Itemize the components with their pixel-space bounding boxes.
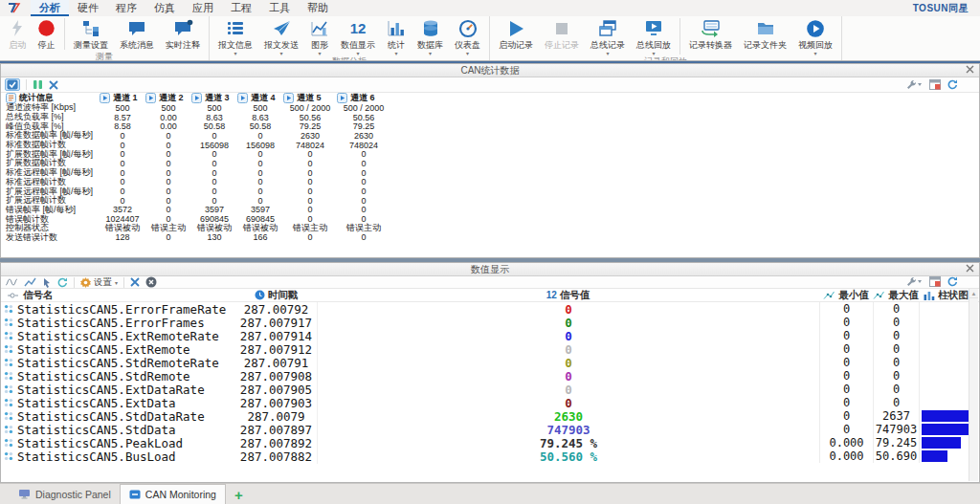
ribbon-group: 报文信息▾报文发送▾图形▾12数值显示▾统计▾数据库▾仪表盘▾数据分析 [210, 16, 490, 60]
ribbon-button[interactable]: 数据库▾ [412, 16, 449, 56]
signal-row[interactable]: StatisticsCAN5.StdRemote287.007908000 [1, 369, 979, 383]
workspace-tab[interactable]: Diagnostic Panel [10, 485, 120, 503]
clear-all-icon[interactable] [145, 276, 157, 288]
float-window-icon[interactable] [929, 276, 941, 287]
toolbar-separator [26, 79, 27, 90]
menu-item[interactable]: 程序 [107, 0, 145, 16]
signal-row[interactable]: StatisticsCAN5.ErrorFrames287.007917000 [1, 316, 979, 329]
wrench-menu-icon[interactable] [906, 276, 923, 287]
trace-icon[interactable] [5, 277, 18, 287]
stats-close-icon[interactable] [966, 65, 974, 74]
ribbon-button[interactable]: 测量设置 [68, 16, 114, 52]
signal-max: 747903 [873, 423, 919, 436]
scroll-up-icon[interactable]: ▲ [969, 289, 978, 298]
pause-icon[interactable] [33, 79, 43, 90]
signal-histogram-cell [919, 436, 973, 449]
signal-name: StatisticsCAN5.ErrorFrames [17, 316, 205, 330]
chevron-down-icon: ▾ [115, 279, 118, 286]
ribbon-button[interactable]: 实时注释 [160, 16, 206, 52]
signal-value: 2630 [317, 409, 819, 424]
signal-row[interactable]: StatisticsCAN5.StdRemoteRate287.00791000 [1, 356, 979, 369]
cursor-icon[interactable] [42, 277, 52, 288]
signal-row[interactable]: StatisticsCAN5.StdDataRate287.0079263002… [1, 409, 979, 423]
signal-name-column-header[interactable]: 信号名 [1, 289, 235, 302]
signal-row[interactable]: StatisticsCAN5.PeakLoad287.00789279.245 … [1, 436, 979, 449]
menu-item[interactable]: 工具 [260, 0, 299, 16]
ribbon-button[interactable]: 仪表盘▾ [449, 16, 486, 56]
signal-min: 0 [819, 383, 873, 396]
max-column-header[interactable]: 最大值 [873, 289, 919, 302]
group-separator [679, 18, 680, 55]
sync-icon[interactable] [57, 277, 68, 288]
channel-play-icon [337, 93, 347, 103]
stats-enable-toggle[interactable] [5, 78, 20, 91]
ribbon-button[interactable]: 总线记录▾ [585, 16, 631, 56]
signal-row[interactable]: StatisticsCAN5.StdData287.00789774790307… [1, 423, 979, 436]
ribbon-button[interactable]: 统计▾ [381, 16, 412, 56]
float-window-icon[interactable] [929, 79, 941, 90]
signal-row[interactable]: StatisticsCAN5.ExtDataRate287.007905000 [1, 383, 979, 396]
signal-min: 0 [819, 316, 873, 329]
signal-table: StatisticsCAN5.ErrorFrameRate287.0079200… [1, 302, 979, 463]
signal-name: StatisticsCAN5.BusLoad [17, 449, 176, 464]
delete-x-icon[interactable] [130, 277, 140, 287]
timestamp-column-header[interactable]: 时间戳 [235, 289, 317, 302]
ribbon-button[interactable]: 图形▾ [304, 16, 335, 56]
menu-item[interactable]: 应用 [184, 0, 222, 16]
signal-histogram-cell [919, 329, 973, 342]
ribbon-button[interactable]: 12数值显示▾ [335, 16, 381, 56]
numeric-close-icon[interactable] [966, 264, 974, 273]
ribbon-button[interactable]: 报文发送▾ [258, 16, 304, 56]
ribbon-button[interactable]: 报文信息▾ [212, 16, 258, 56]
menu-item[interactable]: 分析 [31, 0, 69, 16]
curve-icon[interactable] [24, 277, 36, 287]
ribbon-button[interactable]: 停止记录 [539, 16, 585, 56]
min-column-header[interactable]: 最小值 [819, 289, 873, 302]
wrench-menu-icon[interactable] [906, 79, 923, 90]
menu-item[interactable]: 帮助 [299, 0, 337, 16]
numeric-panel-title: 数值显示 [471, 264, 509, 274]
ribbon-button[interactable]: 启动 [3, 16, 32, 52]
ribbon-button[interactable]: 总线回放▾ [631, 16, 677, 56]
signal-row-icon [4, 304, 13, 314]
menu-item[interactable]: 工程 [222, 0, 260, 16]
signal-max: 2637 [873, 409, 919, 423]
signal-max: 0 [873, 356, 919, 369]
signal-row[interactable]: StatisticsCAN5.ErrorFrameRate287.0079200… [1, 302, 979, 316]
histogram-bar [922, 424, 972, 435]
signal-histogram-cell [919, 423, 973, 436]
value-column-header[interactable]: 12信号值 [317, 289, 819, 302]
workspace-tab[interactable]: CAN Monitoring [120, 484, 226, 504]
signal-min: 0 [819, 329, 873, 342]
ribbon-button[interactable]: 系统消息 [114, 16, 160, 52]
ribbon-button[interactable]: 记录文件夹 [738, 16, 792, 56]
brand-logo: TOSUN同星 [913, 2, 969, 15]
menu-item[interactable]: 仿真 [145, 0, 184, 16]
record-converter-icon [701, 18, 721, 38]
refresh-icon[interactable] [947, 276, 958, 287]
clear-x-icon[interactable] [49, 80, 58, 90]
signal-min: 0 [819, 302, 873, 316]
record-play-icon [506, 18, 525, 38]
toolbar-separator [123, 277, 124, 288]
settings-button[interactable]: 设置 ▾ [80, 276, 118, 289]
ribbon-button[interactable]: 启动记录 [493, 16, 539, 56]
ribbon-button[interactable]: 停止 [32, 16, 61, 52]
workspace-tab-bar: Diagnostic PanelCAN Monitoring+ [0, 483, 980, 504]
vertical-scrollbar[interactable]: ▲ [969, 289, 978, 481]
signal-row[interactable]: StatisticsCAN5.BusLoad287.00788250.560 %… [1, 449, 979, 463]
signal-value: 0 [317, 383, 819, 397]
stats-row: 总线负载率 [%]8.570.008.638.6350.5650.56 [1, 113, 979, 122]
signal-row[interactable]: StatisticsCAN5.ExtData287.007903000 [1, 396, 979, 409]
signal-row[interactable]: StatisticsCAN5.ExtRemoteRate287.00791400… [1, 329, 979, 342]
signal-row[interactable]: StatisticsCAN5.ExtRemote287.007912000 [1, 342, 979, 356]
menu-item[interactable]: 硬件 [69, 0, 107, 16]
stats-row: 扩展数据帧计数000000 [1, 159, 979, 168]
ribbon-button[interactable]: 视频回放▾ [792, 16, 838, 56]
ribbon-button[interactable]: 记录转换器 [683, 16, 738, 56]
refresh-icon[interactable] [947, 79, 958, 90]
histogram-column-header[interactable]: 柱状图 [919, 289, 973, 302]
signal-timestamp: 287.0079 [235, 409, 317, 424]
add-tab-button[interactable]: + [226, 486, 252, 504]
ribbon-toolbar: 启动停止测量设置系统消息实时注释测量报文信息▾报文发送▾图形▾12数值显示▾统计… [0, 16, 980, 60]
